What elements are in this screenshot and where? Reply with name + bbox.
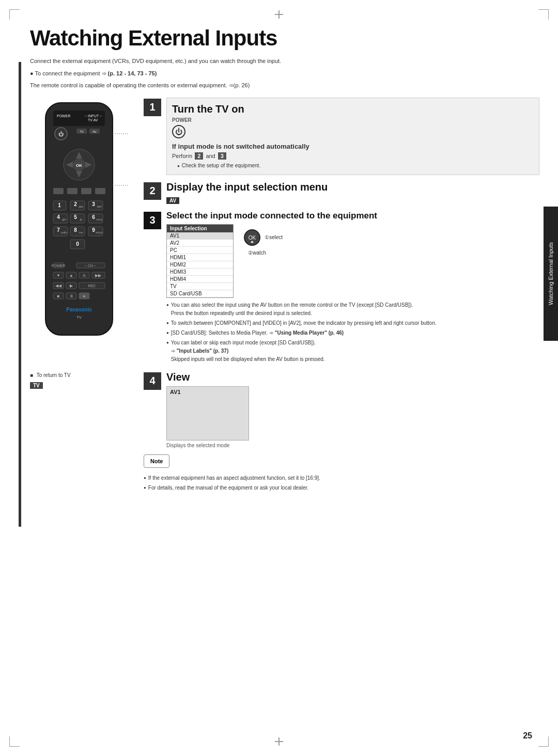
steps-area: POWER ←INPUT→ TV AV ⏻ TV AV OK <box>30 98 539 494</box>
bottom-note-1: If the external equipment has an aspect … <box>144 474 539 482</box>
svg-text:⏻: ⏻ <box>58 131 64 137</box>
svg-text:pqfs: pqfs <box>61 231 67 234</box>
svg-text:Panasonic: Panasonic <box>66 307 92 312</box>
remote-control-svg: POWER ←INPUT→ TV AV ⏻ TV AV OK <box>30 98 128 366</box>
step-4-content: View AV1 Displays the selected mode <box>166 371 539 448</box>
svg-text:0: 0 <box>76 241 79 247</box>
step-1-num3: 3 <box>218 152 226 160</box>
svg-rect-19 <box>67 188 78 194</box>
svg-text:▶: ▶ <box>70 284 73 288</box>
svg-text:abc: abc <box>79 205 84 208</box>
svg-text:def: def <box>97 205 102 208</box>
select-label: ①select <box>265 234 283 240</box>
bottom-notes: If the external equipment has an aspect … <box>144 474 539 492</box>
svg-text:TV: TV <box>80 130 84 133</box>
svg-rect-18 <box>53 188 64 194</box>
step-1-perform-text: Perform <box>172 153 192 159</box>
step-4-heading: View <box>166 371 539 383</box>
svg-text:3: 3 <box>92 201 95 207</box>
step-3-number: 3 <box>144 212 161 229</box>
step-4-num-text: 4 <box>149 375 155 387</box>
step-3-note-2: To switch between [COMPONENT] and [VIDEO… <box>166 319 539 327</box>
input-menu-item-av1[interactable]: AV1 <box>167 232 233 240</box>
svg-text:6: 6 <box>92 214 95 220</box>
intro-line3: The remote control is capable of operati… <box>30 81 539 90</box>
step-3-note-3: [SD Card/USB]: Switches to Media Player.… <box>166 329 539 337</box>
input-menu-item-hdmi1[interactable]: HDMI1 <box>167 254 233 261</box>
step-1-and: and <box>206 153 215 159</box>
remote-column: POWER ←INPUT→ TV AV ⏻ TV AV OK <box>30 98 133 494</box>
svg-text:7: 7 <box>57 227 60 233</box>
watch-label: ②watch <box>248 250 266 256</box>
step-3-note-4: You can label or skip each input mode (e… <box>166 339 539 364</box>
ok-button-icon: OK <box>244 229 260 246</box>
svg-text:▶▶: ▶▶ <box>95 273 102 278</box>
svg-text:wxyz: wxyz <box>95 231 102 234</box>
cross-bottom <box>275 737 283 746</box>
step-4-number: 4 <box>144 372 161 390</box>
svg-text:⏸: ⏸ <box>69 294 73 298</box>
input-selection-area: Input Selection AV1 AV2 PC HDMI1 HDMI2 H… <box>166 224 539 298</box>
step-3-heading: Select the input mode connected to the e… <box>166 211 539 221</box>
svg-marker-80 <box>251 241 254 243</box>
step-3-num-text: 3 <box>149 214 155 226</box>
svg-text:←INPUT→: ←INPUT→ <box>84 114 102 118</box>
steps-column: 1 Turn the TV on POWER If input mode is … <box>144 98 539 494</box>
svg-text:1: 1 <box>58 202 61 208</box>
step-1-bullet: Check the setup of the equipment. <box>177 162 534 169</box>
select-row: OK ①select <box>244 229 283 246</box>
intro-line2: ● To connect the equipment ➾ (p. 12 - 14… <box>30 69 539 78</box>
input-menu-header: Input Selection <box>167 225 233 232</box>
step-3-note-1: You can also select the input using the … <box>166 301 539 318</box>
svg-text:4: 4 <box>57 214 60 220</box>
svg-text:POWER: POWER <box>52 264 65 267</box>
sidebar-label-text: Watching External Inputs <box>548 242 554 305</box>
svg-text:▼: ▼ <box>56 273 60 278</box>
step-1-perform: Perform 2 and 3 <box>172 152 534 160</box>
corner-mark-tr <box>538 9 549 20</box>
svg-text:TV  AV: TV AV <box>88 118 98 122</box>
svg-text:◀◀: ◀◀ <box>55 284 62 288</box>
svg-text:←CH→: ←CH→ <box>84 264 97 267</box>
power-icon <box>172 125 185 138</box>
input-menu-item-sdcard[interactable]: SD Card/USB <box>167 290 233 297</box>
page-title: Watching External Inputs <box>30 26 539 51</box>
page-number: 25 <box>523 731 532 741</box>
svg-text:■: ■ <box>57 294 60 298</box>
return-to-tv-text: To return to TV <box>30 372 133 378</box>
svg-rect-21 <box>95 188 105 194</box>
svg-rect-33 <box>70 214 85 223</box>
input-menu: Input Selection AV1 AV2 PC HDMI1 HDMI2 H… <box>166 224 234 298</box>
step-3-notes: You can also select the input using the … <box>166 301 539 364</box>
input-menu-item-av2[interactable]: AV2 <box>167 240 233 247</box>
svg-text:A: A <box>83 273 86 278</box>
step-2-heading: Display the input selection menu <box>166 181 539 193</box>
svg-text:ghi: ghi <box>62 218 66 221</box>
svg-text:AV: AV <box>92 130 97 133</box>
input-menu-item-tv[interactable]: TV <box>167 283 233 290</box>
tv-badge-container: TV <box>30 380 133 389</box>
left-bar <box>19 62 21 527</box>
input-menu-item-hdmi4[interactable]: HDMI4 <box>167 276 233 283</box>
intro-line1: Connect the external equipment (VCRs, DV… <box>30 57 539 66</box>
corner-mark-bl <box>9 736 20 747</box>
watch-row: ②watch <box>248 250 283 256</box>
step-2-number: 2 <box>144 182 161 200</box>
corner-mark-br <box>538 736 549 747</box>
step-1-content: Turn the TV on POWER If input mode is no… <box>166 98 539 175</box>
svg-text:5: 5 <box>74 214 77 220</box>
svg-text:TV: TV <box>76 315 82 320</box>
step-2-badge-container: AV <box>166 195 539 204</box>
input-menu-item-pc[interactable]: PC <box>167 247 233 254</box>
note-box: Note <box>144 454 169 468</box>
svg-text:OK: OK <box>249 235 256 241</box>
select-watch-area: OK ①select ②watch <box>244 229 283 256</box>
av-badge: AV <box>166 197 179 204</box>
step-1-sub-label: POWER <box>172 117 534 123</box>
bottom-note-2: For details, read the manual of the equi… <box>144 484 539 492</box>
displays-selected-mode: Displays the selected mode <box>166 443 539 448</box>
svg-text:POWER: POWER <box>57 114 70 118</box>
input-menu-item-hdmi3[interactable]: HDMI3 <box>167 269 233 276</box>
step-2-block: 2 Display the input selection menu AV <box>144 181 539 204</box>
input-menu-item-hdmi2[interactable]: HDMI2 <box>167 261 233 269</box>
